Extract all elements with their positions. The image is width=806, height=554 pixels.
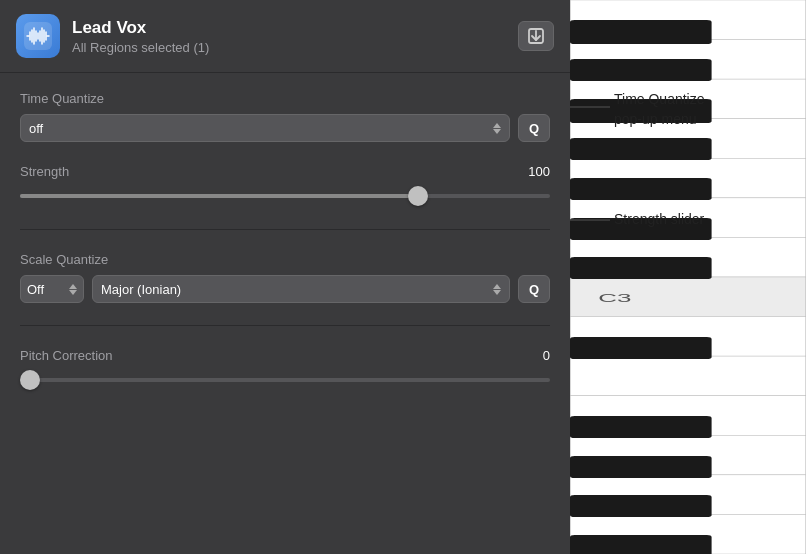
- scale-quantize-q-button[interactable]: Q: [518, 275, 550, 303]
- piano-white-key[interactable]: [570, 356, 806, 396]
- track-subtitle: All Regions selected (1): [72, 40, 518, 55]
- piano-black-key[interactable]: [570, 178, 712, 200]
- divider-1: [20, 229, 550, 230]
- header: Lead Vox All Regions selected (1): [0, 0, 570, 73]
- piano-black-key[interactable]: [570, 138, 712, 160]
- strength-value: 100: [528, 164, 550, 179]
- time-quantize-q-button[interactable]: Q: [518, 114, 550, 142]
- c3-label: C3: [598, 292, 631, 304]
- piano-black-key[interactable]: [570, 20, 712, 44]
- pitch-correction-slider-track: [20, 378, 550, 382]
- app-icon: [16, 14, 60, 58]
- scale-quantize-controls: Off Major (Ionian) Q: [20, 275, 550, 303]
- pitch-correction-header: Pitch Correction 0: [20, 348, 550, 363]
- scale-arrow-up-icon: [493, 284, 501, 289]
- scale-quantize-section: Scale Quantize Off Major (Ionian): [20, 252, 550, 303]
- time-quantize-section: Time Quantize off Q: [20, 91, 550, 142]
- time-quantize-value: off: [29, 121, 43, 136]
- pitch-correction-slider-container: [20, 369, 550, 391]
- scale-off-arrow-down-icon: [69, 290, 77, 295]
- strength-label: Strength: [20, 164, 69, 179]
- time-quantize-arrows: [493, 123, 501, 134]
- piano-black-key[interactable]: [570, 59, 712, 81]
- scale-quantize-label: Scale Quantize: [20, 252, 550, 267]
- scale-arrows: [493, 284, 501, 295]
- scale-quantize-scale-value: Major (Ionian): [101, 282, 181, 297]
- scale-quantize-scale-dropdown[interactable]: Major (Ionian): [92, 275, 510, 303]
- strength-slider-container: [20, 185, 550, 207]
- strength-slider-fill: [20, 194, 418, 198]
- piano-black-key[interactable]: [570, 456, 712, 478]
- arrow-down-icon: [493, 129, 501, 134]
- time-quantize-label: Time Quantize: [20, 91, 550, 106]
- piano-keyboard-panel: C3: [570, 0, 806, 554]
- scale-off-arrows: [69, 284, 77, 295]
- header-text: Lead Vox All Regions selected (1): [72, 18, 518, 55]
- piano-black-key[interactable]: [570, 495, 712, 517]
- pitch-correction-label: Pitch Correction: [20, 348, 112, 363]
- piano-black-key[interactable]: [570, 218, 712, 240]
- piano-black-key[interactable]: [570, 535, 712, 554]
- track-title: Lead Vox: [72, 18, 518, 38]
- strength-slider-thumb[interactable]: [408, 186, 428, 206]
- pitch-correction-section: Pitch Correction 0: [20, 348, 550, 391]
- content: Time Quantize off Q Strength 10: [0, 73, 570, 554]
- left-panel: Lead Vox All Regions selected (1) Time Q…: [0, 0, 570, 554]
- save-button[interactable]: [518, 21, 554, 51]
- scale-quantize-off-value: Off: [27, 282, 44, 297]
- pitch-correction-value: 0: [543, 348, 550, 363]
- piano-black-key[interactable]: [570, 257, 712, 279]
- time-quantize-controls: off Q: [20, 114, 550, 142]
- strength-slider-track: [20, 194, 550, 198]
- strength-header: Strength 100: [20, 164, 550, 179]
- time-quantize-dropdown[interactable]: off: [20, 114, 510, 142]
- divider-2: [20, 325, 550, 326]
- strength-section: Strength 100: [20, 164, 550, 207]
- scale-quantize-off-dropdown[interactable]: Off: [20, 275, 84, 303]
- scale-off-arrow-up-icon: [69, 284, 77, 289]
- scale-arrow-down-icon: [493, 290, 501, 295]
- piano-black-key[interactable]: [570, 99, 712, 123]
- piano-black-key[interactable]: [570, 337, 712, 359]
- arrow-up-icon: [493, 123, 501, 128]
- pitch-correction-slider-thumb[interactable]: [20, 370, 40, 390]
- piano-svg: C3: [570, 0, 806, 554]
- piano-black-key[interactable]: [570, 416, 712, 438]
